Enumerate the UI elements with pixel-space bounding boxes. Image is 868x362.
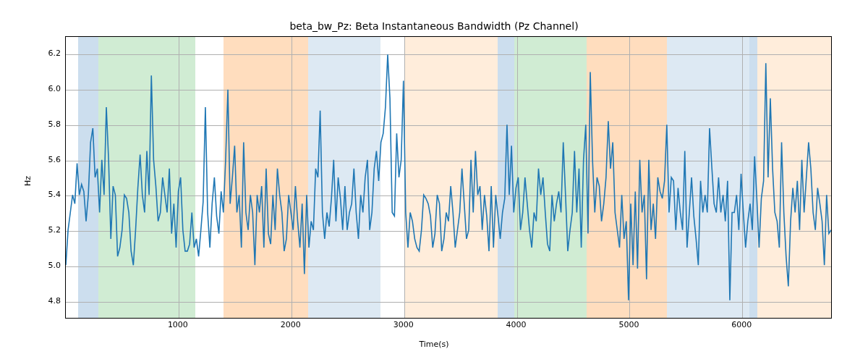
y-tick-label: 5.0 bbox=[36, 261, 61, 270]
data-line bbox=[66, 54, 831, 300]
x-axis-label: Time(s) bbox=[0, 340, 868, 349]
x-tick-label: 5000 bbox=[607, 320, 650, 329]
x-tick-label: 2000 bbox=[269, 320, 312, 329]
y-tick-label: 5.6 bbox=[36, 155, 61, 164]
y-tick-label: 6.2 bbox=[36, 49, 61, 58]
y-tick-label: 5.4 bbox=[36, 190, 61, 199]
y-tick-label: 6.0 bbox=[36, 84, 61, 93]
y-tick-label: 4.8 bbox=[36, 296, 61, 306]
y-axis-label: Hz bbox=[23, 0, 33, 362]
plot-area bbox=[65, 36, 832, 319]
y-tick-label: 5.8 bbox=[36, 119, 61, 129]
x-tick-label: 4000 bbox=[495, 320, 538, 329]
x-tick-label: 1000 bbox=[156, 320, 200, 329]
x-tick-label: 3000 bbox=[382, 320, 425, 329]
chart-title: beta_bw_Pz: Beta Instantaneous Bandwidth… bbox=[0, 20, 868, 32]
x-tick-label: 6000 bbox=[720, 320, 763, 329]
y-tick-label: 5.2 bbox=[36, 225, 61, 235]
line-layer bbox=[66, 37, 831, 318]
chart-figure: beta_bw_Pz: Beta Instantaneous Bandwidth… bbox=[0, 0, 868, 362]
